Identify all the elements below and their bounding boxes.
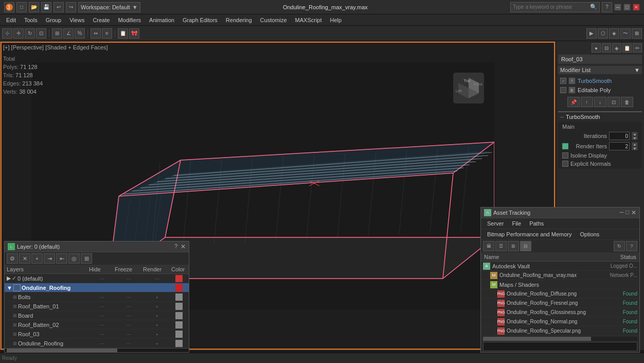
modifier-list-arrow[interactable]: ▼ <box>634 67 640 73</box>
minimize-button[interactable]: ─ <box>614 4 621 11</box>
layer-bolts-color[interactable] <box>175 293 183 301</box>
tb-percent[interactable]: % <box>75 28 85 39</box>
layer-tb-move1[interactable]: ⇥ <box>44 253 55 264</box>
pin-btn[interactable]: 📌 <box>567 97 580 107</box>
layer-row-bolts[interactable]: ⊠ Bolts ··· ··· ▪ <box>5 292 189 302</box>
modifier-edpoly[interactable]: E Editable Poly <box>558 85 642 95</box>
layer-scroll-thumb[interactable] <box>7 349 117 353</box>
tb-align[interactable]: ≡ <box>102 28 112 39</box>
layer-row-onduline2[interactable]: ⊠ Onduline_Roofing ··· ··· ▪ <box>5 339 189 348</box>
layer-default-freeze[interactable]: ··· <box>115 275 143 282</box>
tb-render2[interactable]: ⬡ <box>598 28 608 39</box>
asset-tb-vault[interactable]: 🏛 <box>483 241 494 251</box>
move-down-btn[interactable]: ↓ <box>594 97 606 107</box>
layer-batten01-freeze[interactable]: ··· <box>115 303 143 309</box>
tb-rotate[interactable]: ↻ <box>25 28 35 39</box>
layer-row-batten02[interactable]: ⊠ Roof_Batten_02 ··· ··· ▪ <box>5 320 189 330</box>
layer-scrollbar[interactable] <box>5 348 189 352</box>
tb-material[interactable]: ◈ <box>609 28 619 39</box>
ts-iter-up[interactable]: ▲ <box>632 132 638 136</box>
open-btn[interactable]: 📂 <box>29 2 39 12</box>
workspace-dropdown-icon[interactable]: ▼ <box>132 4 138 10</box>
asset-row-maxfile[interactable]: M Onduline_Roofing_max_vray.max Network … <box>481 271 639 280</box>
layer-onduline-freeze[interactable]: ··· <box>115 285 143 291</box>
layer-batten02-freeze[interactable]: ··· <box>115 322 143 328</box>
menu-maxscript[interactable]: MAXScript <box>291 14 326 26</box>
app-icon[interactable]: 3 <box>4 2 14 12</box>
search-icon[interactable]: 🔍 <box>590 4 597 10</box>
menu-tools[interactable]: Tools <box>20 14 42 26</box>
asset-minimize[interactable]: ─ <box>620 209 624 216</box>
help-icon[interactable]: ? <box>602 2 612 12</box>
layer-row-board[interactable]: ⊠ Board ··· ··· ▪ <box>5 311 189 320</box>
tb-curves[interactable]: 〜 <box>620 28 631 39</box>
layer-tb-view[interactable]: ⊞ <box>81 253 92 264</box>
layer-tb-add[interactable]: + <box>31 253 43 264</box>
layer-board-render[interactable]: ▪ <box>143 313 171 319</box>
new-btn[interactable]: □ <box>16 2 27 12</box>
ts-iter-down[interactable]: ▼ <box>632 136 638 140</box>
tb-snap[interactable]: ⊞ <box>52 28 62 39</box>
asset-tb-refresh[interactable]: ↻ <box>614 241 625 251</box>
asset-row-maps[interactable]: M Maps / Shaders <box>481 280 639 289</box>
asset-row-diffuse[interactable]: PNG Onduline_Roofing_Diffuse.png Found <box>481 289 639 299</box>
menu-create[interactable]: Create <box>88 14 114 26</box>
asset-row-fresnel[interactable]: PNG Onduline_Roofing_Fresnel.png Found <box>481 299 639 308</box>
asset-row-glossiness[interactable]: PNG Onduline_Roofing_Glossiness.png Foun… <box>481 308 639 317</box>
redo-btn[interactable]: ↪ <box>66 2 76 12</box>
ts-render-up[interactable]: ▲ <box>632 142 638 146</box>
move-up-btn[interactable]: ↑ <box>581 97 593 107</box>
make-unique-btn[interactable]: ⊡ <box>607 97 620 107</box>
modifier-list-dropdown[interactable]: Modifier List ▼ <box>558 66 642 74</box>
layer-tb-highlight[interactable]: ◎ <box>68 253 80 264</box>
ts-iterations-input[interactable]: 0 <box>609 132 630 140</box>
asset-menu-server[interactable]: Server <box>483 219 508 228</box>
asset-menu-bitmap[interactable]: Bitmap Performance and Memory <box>483 230 576 238</box>
edpoly-checkbox[interactable] <box>560 87 566 93</box>
ts-render-iters-input[interactable]: 2 <box>609 142 630 150</box>
rp-icon4[interactable]: 📋 <box>622 43 632 53</box>
layer-batten02-render[interactable]: ▪ <box>143 322 171 328</box>
asset-scrollbar[interactable] <box>483 337 637 341</box>
tb-select[interactable]: ⊹ <box>2 28 12 39</box>
asset-row-normal[interactable]: PNG Onduline_Roofing_Normal.png Found <box>481 317 639 326</box>
tb-ribbon[interactable]: 🎀 <box>129 28 139 39</box>
ts-isoline-checkbox[interactable] <box>562 152 568 159</box>
layer-board-color[interactable] <box>175 312 183 319</box>
ts-render-down[interactable]: ▼ <box>632 146 638 150</box>
tb-render1[interactable]: ▶ <box>586 28 597 39</box>
tb-layer[interactable]: 📋 <box>118 28 128 39</box>
asset-menu-paths[interactable]: Paths <box>525 219 548 228</box>
layer-row-onduline[interactable]: ▼ Onduline_Roofing ··· ··· ··· <box>5 283 189 292</box>
asset-row-specular[interactable]: PNG Onduline_Roofing_Specular.png Found <box>481 326 639 336</box>
layer-default-hide[interactable]: ··· <box>89 275 115 282</box>
onduline-expand-box[interactable] <box>13 284 21 291</box>
layer-onduline2-color[interactable] <box>175 340 183 347</box>
rp-icon3[interactable]: ◈ <box>612 43 621 53</box>
tb-angle[interactable]: ∠ <box>63 28 74 39</box>
tb-mirror[interactable]: ⇔ <box>91 28 101 39</box>
menu-help[interactable]: Help <box>326 14 346 26</box>
rp-icon2[interactable]: ⊟ <box>602 43 611 53</box>
asset-maximize[interactable]: □ <box>625 209 629 216</box>
layer-board-freeze[interactable]: ··· <box>115 313 143 319</box>
menu-views[interactable]: Views <box>65 14 88 26</box>
layer-onduline-hide[interactable]: ··· <box>89 285 115 291</box>
menu-graph-editors[interactable]: Graph Editors <box>178 14 222 26</box>
layer-onduline2-render[interactable]: ▪ <box>143 340 171 347</box>
layer-bolts-hide[interactable]: ··· <box>89 294 115 300</box>
asset-tb-list[interactable]: ☰ <box>495 241 507 251</box>
search-input[interactable] <box>513 4 590 10</box>
rp-icon5[interactable]: ✏ <box>633 43 642 53</box>
layer-roof03-hide[interactable]: ··· <box>89 331 115 337</box>
layer-bolts-freeze[interactable]: ··· <box>115 294 143 300</box>
asset-tb-help[interactable]: ? <box>626 241 637 251</box>
tb-schematic[interactable]: ⊠ <box>632 28 642 39</box>
layer-onduline-render[interactable]: ··· <box>143 285 171 291</box>
menu-animation[interactable]: Animation <box>145 14 178 26</box>
layer-row-batten01[interactable]: ⊠ Roof_Batten_01 ··· ··· ▪ <box>5 302 189 311</box>
layer-bolts-render[interactable]: ▪ <box>143 294 171 300</box>
layer-row-roof03[interactable]: ⊠ Roof_03 ··· ··· ▪ <box>5 330 189 339</box>
layer-batten02-hide[interactable]: ··· <box>89 322 115 328</box>
save-btn[interactable]: 💾 <box>41 2 51 12</box>
